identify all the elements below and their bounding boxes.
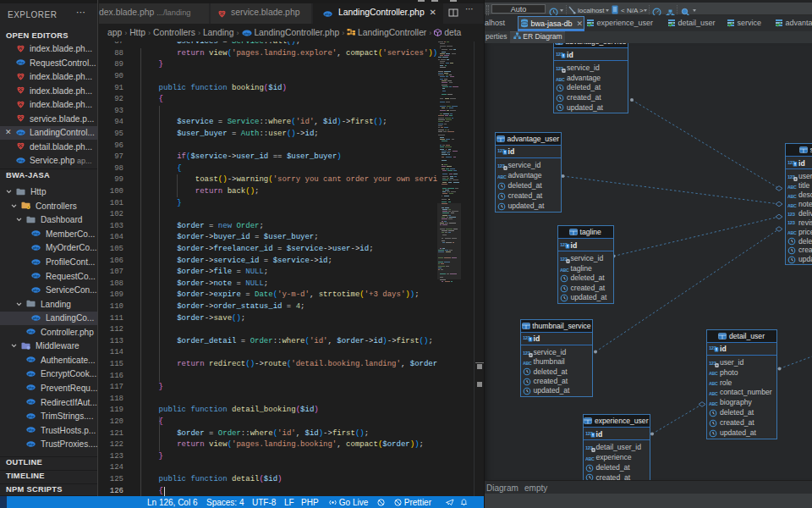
svg-text:ABC: ABC: [709, 401, 718, 406]
svg-text:php: php: [28, 443, 35, 446]
svg-text:ABC: ABC: [709, 391, 718, 396]
svg-text:php: php: [33, 289, 40, 292]
svg-text:php: php: [28, 400, 35, 404]
svg-text:php: php: [33, 246, 40, 250]
svg-text:php: php: [33, 261, 40, 264]
svg-text:ABC: ABC: [497, 174, 507, 179]
svg-text:ABC: ABC: [556, 76, 565, 81]
svg-text:ABC: ABC: [787, 193, 797, 198]
svg-text:php: php: [325, 13, 332, 16]
svg-text:ABC: ABC: [787, 230, 797, 235]
svg-text:php: php: [33, 317, 40, 320]
svg-text:123: 123: [787, 212, 796, 217]
svg-text:php: php: [28, 359, 35, 362]
svg-text:php: php: [18, 159, 25, 163]
svg-text:php: php: [33, 233, 40, 236]
svg-text:php: php: [18, 61, 25, 64]
svg-text:ABC: ABC: [787, 202, 797, 207]
svg-text:ABC: ABC: [523, 360, 532, 365]
svg-text:123: 123: [787, 220, 796, 225]
svg-text:ABC: ABC: [560, 267, 569, 272]
svg-text:ABC: ABC: [709, 381, 718, 386]
svg-text:php: php: [28, 415, 35, 418]
svg-text:php: php: [28, 387, 35, 390]
svg-text:php: php: [244, 31, 250, 36]
svg-text:ABC: ABC: [787, 184, 797, 189]
svg-text:ABC: ABC: [709, 371, 718, 376]
svg-text:php: php: [28, 373, 35, 376]
svg-text:php: php: [28, 428, 35, 432]
svg-text:php: php: [28, 330, 35, 334]
svg-text:ABC: ABC: [585, 456, 595, 461]
svg-text:php: php: [18, 131, 25, 135]
svg-text:php: php: [33, 274, 40, 278]
